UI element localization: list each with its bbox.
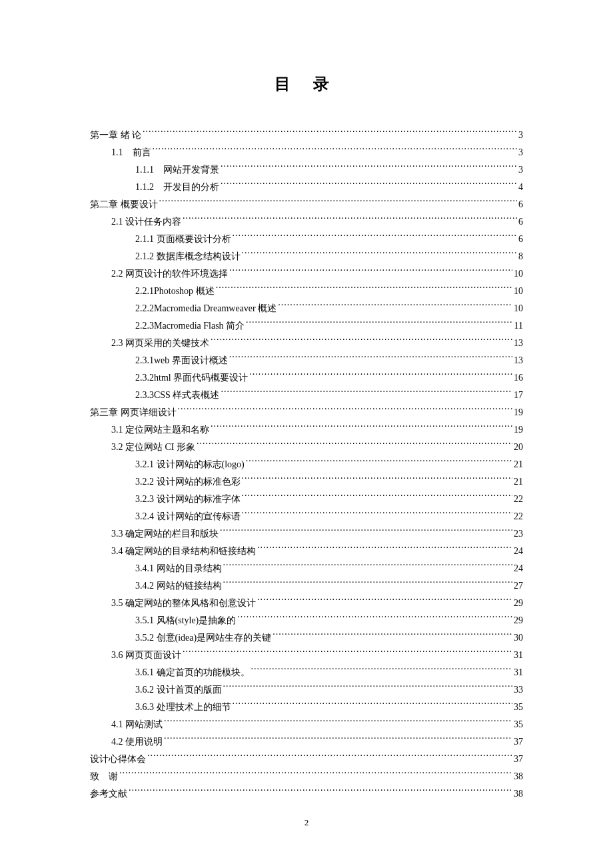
toc-entry: 3.6 网页页面设计31 — [90, 647, 523, 664]
toc-entry-label: 2.3.1web 界面设计概述 — [135, 352, 228, 369]
toc-entry: 1.1.2 开发目的分析4 — [90, 179, 523, 196]
toc-entry: 4.1 网站测试35 — [90, 716, 523, 733]
toc-entry-label: 2.3.3CSS 样式表概述 — [135, 387, 219, 404]
toc-entry-page: 20 — [514, 439, 523, 456]
toc-entry-page: 13 — [514, 335, 523, 352]
toc-entry-label: 第一章 绪 论 — [90, 127, 141, 144]
toc-leader-dots — [242, 493, 513, 502]
toc-entry-label: 2.3.2html 界面代码概要设计 — [135, 369, 248, 387]
toc-leader-dots — [197, 441, 512, 450]
toc-leader-dots — [164, 735, 512, 745]
toc-entry-page: 19 — [514, 421, 523, 439]
toc-entry: 2.2 网页设计的软件环境选择10 — [90, 265, 523, 283]
toc-leader-dots — [153, 146, 518, 155]
toc-leader-dots — [220, 527, 512, 537]
toc-leader-dots — [129, 787, 512, 797]
toc-entry-label: 3.4.1 网站的目录结构 — [135, 560, 222, 577]
toc-leader-dots — [233, 701, 513, 710]
toc-leader-dots — [257, 597, 512, 606]
toc-entry-page: 24 — [514, 543, 523, 560]
toc-entry-page: 24 — [514, 560, 523, 577]
toc-entry: 3.5.2 创意(idea)是网站生存的关键30 — [90, 629, 523, 647]
toc-entry-page: 38 — [514, 785, 523, 803]
toc-entry-page: 3 — [518, 127, 523, 144]
toc-entry-label: 2.2.1Photoshop 概述 — [135, 283, 215, 300]
toc-entry-label: 3.6.1 确定首页的功能模块。 — [135, 664, 250, 681]
toc-entry-label: 3.2.2 设计网站的标准色彩 — [135, 473, 241, 491]
toc-entry-label: 2.3 网页采用的关键技术 — [111, 335, 209, 352]
toc-entry: 2.3.2html 界面代码概要设计16 — [90, 369, 523, 387]
toc-leader-dots — [223, 562, 513, 571]
toc-entry-page: 37 — [514, 751, 523, 768]
toc-entry-label: 3.4 确定网站的目录结构和链接结构 — [111, 543, 256, 560]
toc-entry-page: 33 — [514, 681, 523, 699]
toc-entry-label: 1.1 前言 — [111, 144, 151, 161]
toc-entry: 3.6.3 处理技术上的细节35 — [90, 699, 523, 716]
toc-entry-label: 2.1.1 页面概要设计分析 — [135, 231, 231, 248]
toc-entry-page: 6 — [518, 231, 523, 248]
toc-entry-label: 3.5 确定网站的整体风格和创意设计 — [111, 595, 256, 612]
toc-leader-dots — [159, 198, 518, 207]
toc-entry-label: 3.4.2 网站的链接结构 — [135, 577, 222, 595]
toc-entry-page: 38 — [514, 768, 523, 785]
toc-entry-page: 8 — [518, 248, 523, 265]
toc-entry-page: 27 — [514, 577, 523, 595]
toc-leader-dots — [223, 683, 513, 693]
toc-entry-page: 11 — [514, 317, 523, 335]
toc-leader-dots — [221, 163, 517, 173]
toc-leader-dots — [164, 718, 512, 727]
toc-entry: 1.1.1 网站开发背景3 — [90, 161, 523, 179]
toc-entry: 1.1 前言3 — [90, 144, 523, 161]
toc-entry: 第一章 绪 论3 — [90, 127, 523, 144]
toc-entry: 第二章 概要设计6 — [90, 196, 523, 213]
toc-entry: 2.1 设计任务内容6 — [90, 213, 523, 231]
toc-leader-dots — [257, 545, 512, 554]
toc-entry-page: 3 — [518, 144, 523, 161]
toc-leader-dots — [223, 579, 513, 589]
toc-leader-dots — [221, 181, 517, 190]
toc-entry-label: 3.6.3 处理技术上的细节 — [135, 699, 231, 716]
page-number: 2 — [0, 817, 613, 828]
toc-entry: 3.2 定位网站 CI 形象20 — [90, 439, 523, 456]
toc-entry: 3.5 确定网站的整体风格和创意设计29 — [90, 595, 523, 612]
toc-leader-dots — [246, 319, 512, 329]
toc-entry-label: 3.6.2 设计首页的版面 — [135, 681, 222, 699]
toc-leader-dots — [178, 406, 513, 415]
toc-leader-dots — [211, 423, 512, 433]
toc-entry: 设计心得体会37 — [90, 751, 523, 768]
toc-entry-page: 30 — [514, 629, 523, 647]
toc-entry-page: 6 — [518, 213, 523, 231]
toc-entry-page: 10 — [514, 283, 523, 300]
toc-entry: 2.2.1Photoshop 概述10 — [90, 283, 523, 300]
toc-entry: 3.1 定位网站主题和名称19 — [90, 421, 523, 439]
toc-entry: 4.2 使用说明37 — [90, 733, 523, 751]
toc-leader-dots — [233, 233, 518, 242]
toc-entry: 3.4 确定网站的目录结构和链接结构24 — [90, 543, 523, 560]
toc-entry-page: 29 — [514, 612, 523, 629]
toc-leader-dots — [242, 475, 513, 485]
toc-leader-dots — [273, 631, 512, 641]
toc-leader-dots — [143, 129, 517, 138]
toc-leader-dots — [242, 510, 513, 519]
toc-entry: 2.3.1web 界面设计概述13 — [90, 352, 523, 369]
toc-entry-label: 3.2.3 设计网站的标准字体 — [135, 491, 241, 508]
toc-entry-label: 4.2 使用说明 — [111, 733, 163, 751]
toc-entry: 3.5.1 风格(style)是抽象的29 — [90, 612, 523, 629]
toc-entry: 3.3 确定网站的栏目和版块23 — [90, 525, 523, 543]
toc-leader-dots — [246, 458, 512, 467]
toc-entry: 致 谢38 — [90, 768, 523, 785]
toc-entry-label: 1.1.1 网站开发背景 — [135, 161, 219, 179]
toc-entry-label: 1.1.2 开发目的分析 — [135, 179, 219, 196]
toc-leader-dots — [221, 389, 512, 398]
toc-entry: 3.2.2 设计网站的标准色彩21 — [90, 473, 523, 491]
toc-entry-label: 3.3 确定网站的栏目和版块 — [111, 525, 219, 543]
toc-entry-page: 22 — [514, 491, 523, 508]
toc-entry-label: 4.1 网站测试 — [111, 716, 163, 733]
toc-leader-dots — [242, 250, 518, 259]
toc-entry: 2.1.1 页面概要设计分析6 — [90, 231, 523, 248]
toc-entry-label: 2.1.2 数据库概念结构设计 — [135, 248, 241, 265]
toc-entry: 2.1.2 数据库概念结构设计8 — [90, 248, 523, 265]
toc-entry: 3.6.2 设计首页的版面33 — [90, 681, 523, 699]
toc-leader-dots — [183, 649, 512, 658]
toc-leader-dots — [237, 614, 512, 623]
